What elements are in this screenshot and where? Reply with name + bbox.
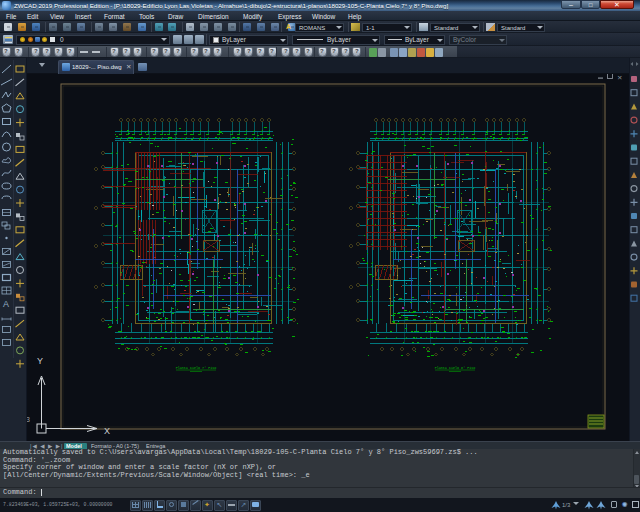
svg-text:X: X [104, 426, 110, 436]
svg-text:Planta Cielo 7° Piso: Planta Cielo 7° Piso [176, 366, 217, 370]
svg-text:Y: Y [37, 356, 43, 366]
svg-text:Planta Cielo 8° Piso: Planta Cielo 8° Piso [435, 366, 476, 370]
svg-text:A: A [3, 299, 9, 309]
svg-text:3: 3 [27, 416, 30, 423]
svg-text:✕: ✕ [617, 74, 622, 81]
